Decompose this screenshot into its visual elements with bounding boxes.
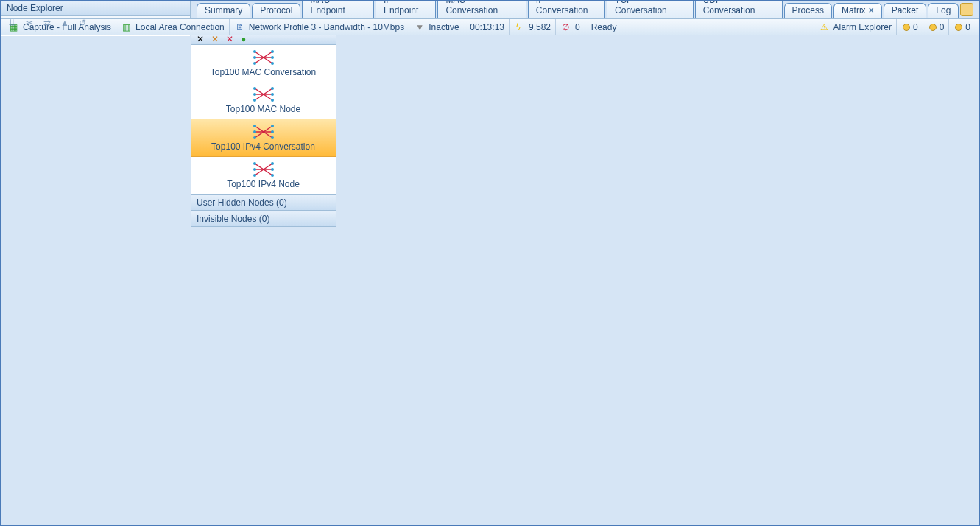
svg-point-25 xyxy=(253,136,256,139)
tool-icon-4[interactable]: ▲ xyxy=(58,16,71,29)
invisible-nodes-header[interactable]: Invisible Nodes (0) xyxy=(191,211,336,227)
matrix-item[interactable]: Top100 IPv4 Conversation xyxy=(191,119,336,157)
matrix-item[interactable]: Top100 MAC Node xyxy=(191,82,336,119)
matrix-filter-icon-1[interactable]: ✕ xyxy=(197,34,204,44)
matrix-filter-icon-2[interactable]: ✕ xyxy=(211,34,219,44)
matrix-filter-icon-4[interactable]: ● xyxy=(241,34,246,44)
matrix-item[interactable]: Top100 IPv4 Node xyxy=(191,157,336,194)
svg-point-21 xyxy=(253,125,256,127)
status-ready: Ready xyxy=(587,19,622,35)
tab-log[interactable]: Log xyxy=(928,3,959,18)
svg-point-4 xyxy=(271,50,274,53)
close-icon[interactable]: × xyxy=(869,5,874,15)
status-a1: 0 xyxy=(925,19,950,35)
tool-icon-5[interactable]: ↺ xyxy=(76,16,89,29)
tab-mac-endpoint[interactable]: MAC Endpoint xyxy=(302,0,374,18)
matrix-filter-icon-3[interactable]: ✕ xyxy=(226,34,233,44)
svg-point-8 xyxy=(271,62,274,65)
svg-point-33 xyxy=(271,168,274,171)
user-hidden-nodes-header[interactable]: User Hidden Nodes (0) xyxy=(191,194,336,211)
svg-point-32 xyxy=(253,168,256,171)
status-a0: 0 xyxy=(898,19,923,35)
tab-ip-endpoint[interactable]: IP Endpoint xyxy=(376,0,436,18)
tab-tcp-conversation[interactable]: TCP Conversation xyxy=(607,0,694,18)
svg-point-12 xyxy=(253,87,256,90)
svg-point-7 xyxy=(253,62,256,65)
svg-point-30 xyxy=(253,162,256,165)
svg-point-16 xyxy=(253,99,256,102)
matrix-list-icons: ✕ ✕ ✕ ● xyxy=(191,34,336,45)
tabbar: SummaryProtocolMAC EndpointIP EndpointMA… xyxy=(191,1,979,18)
status-packets: ϟ9,582 xyxy=(511,19,556,35)
tool-icon-3[interactable]: ⇄ xyxy=(40,16,54,29)
svg-point-6 xyxy=(271,56,274,59)
tab-process[interactable]: Process xyxy=(784,3,832,18)
svg-point-22 xyxy=(271,125,274,127)
tab-mac-conversation[interactable]: MAC Conversation xyxy=(437,0,526,18)
status-adapter[interactable]: ▥Local Area Connection xyxy=(118,19,230,35)
tab-udp-conversation[interactable]: UDP Conversation xyxy=(695,0,783,18)
svg-point-15 xyxy=(271,93,274,96)
status-errors: ∅0 xyxy=(557,19,585,35)
svg-point-17 xyxy=(271,99,274,102)
tabbar-menu-icon[interactable] xyxy=(960,3,973,16)
tool-icon-1[interactable]: ⇊ xyxy=(5,16,18,29)
svg-point-14 xyxy=(253,93,256,96)
svg-point-13 xyxy=(271,87,274,90)
tool-icon-2[interactable]: ✂ xyxy=(23,16,36,29)
status-bar: ▦Capture - Full Analysis ▥Local Area Con… xyxy=(1,18,979,35)
svg-point-5 xyxy=(253,56,256,59)
svg-point-31 xyxy=(271,162,274,165)
status-alarm[interactable]: ⚠Alarm Explorer xyxy=(816,19,897,35)
matrix-item-label: Top100 MAC Conversation xyxy=(191,67,336,77)
svg-point-26 xyxy=(271,136,274,139)
svg-point-23 xyxy=(253,130,256,133)
tab-protocol[interactable]: Protocol xyxy=(252,3,300,18)
tab-matrix[interactable]: Matrix× xyxy=(833,3,882,18)
matrix-item-label: Top100 IPv4 Node xyxy=(191,179,336,189)
matrix-item[interactable]: Top100 MAC Conversation xyxy=(191,45,336,82)
matrix-item-label: Top100 IPv4 Conversation xyxy=(191,141,336,152)
tab-packet[interactable]: Packet xyxy=(884,3,927,18)
tab-ip-conversation[interactable]: IP Conversation xyxy=(528,0,605,18)
svg-point-24 xyxy=(271,130,274,133)
status-profile[interactable]: 🗎Network Profile 3 - Bandwidth - 10Mbps xyxy=(231,19,409,35)
status-a2: 0 xyxy=(951,19,975,35)
svg-point-35 xyxy=(271,174,274,177)
svg-point-34 xyxy=(253,174,256,177)
matrix-item-label: Top100 MAC Node xyxy=(191,104,336,114)
svg-point-3 xyxy=(253,50,256,53)
node-explorer-header: Node Explorer xyxy=(1,1,190,16)
status-inactive: ▼Inactive 00:13:13 xyxy=(411,19,510,35)
tab-summary[interactable]: Summary xyxy=(197,3,250,18)
